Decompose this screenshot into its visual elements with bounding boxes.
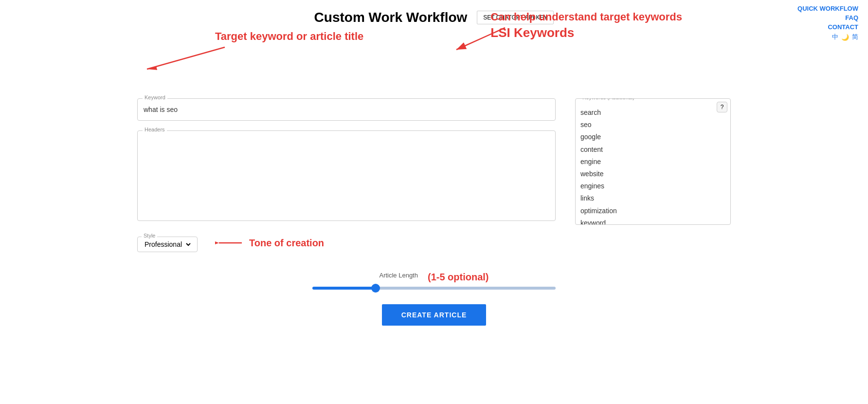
style-area: Style ProfessionalCasualFormalCreative T… [137,237,731,252]
keywords-help-button[interactable]: ? [717,102,727,112]
list-item: seo [580,119,725,131]
style-label: Style [142,233,157,239]
create-article-button[interactable]: CREATE ARTICLE [382,304,487,326]
style-dropdown[interactable]: ProfessionalCasualFormalCreative [143,240,192,249]
page-title: Custom Work Workflow [314,10,468,25]
keywords-list: searchseogooglecontentenginewebsiteengin… [576,103,730,225]
list-item: optimization [580,205,725,217]
list-item: links [580,192,725,204]
tone-arrow-icon [215,236,244,250]
keyword-annotation-area: Target keyword or article title [137,30,731,59]
left-panel: Keyword what is seo Headers [137,98,556,225]
svg-line-3 [147,47,225,69]
list-item: engine [580,156,725,168]
length-label: Article Length [379,272,418,279]
can-help-annotation: Can help understand target keywords [490,11,682,23]
headers-label: Headers [143,127,167,132]
keywords-additional-box: Keywords (Additional) ? searchseogooglec… [575,98,731,225]
keyword-field-box: Keyword what is seo [137,98,556,121]
create-btn-area: CREATE ARTICLE [137,304,731,326]
headers-textarea[interactable] [144,136,549,214]
list-item: website [580,168,725,180]
content-area: Keyword what is seo Headers Keywords (Ad… [137,98,731,225]
list-item: search [580,107,725,119]
article-length-slider[interactable] [312,287,556,290]
tone-text: Tone of creation [249,238,324,249]
keyword-input[interactable]: what is seo [144,104,549,115]
keyword-arrow-icon [142,45,230,74]
keyword-label: Keyword [143,94,167,100]
list-item: google [580,131,725,143]
faq-link[interactable]: FAQ [845,14,858,21]
lang-zh[interactable]: 中 [832,33,838,41]
length-optional-text: (1-5 optional) [428,272,489,283]
lang-moon[interactable]: 🌙 [841,34,849,41]
language-row: 中 🌙 简 [832,33,858,41]
target-keyword-annotation: Target keyword or article title [215,30,363,43]
list-item: content [580,144,725,156]
tone-annotation: Tone of creation [215,236,324,250]
lang-simple[interactable]: 简 [852,33,858,41]
right-panel: Keywords (Additional) ? searchseogooglec… [575,98,731,225]
keywords-additional-label: Keywords (Additional) [580,98,636,100]
style-select-box: Style ProfessionalCasualFormalCreative [137,237,198,252]
contact-link[interactable]: CONTACT [828,23,858,31]
length-area: Article Length (1-5 optional) [137,272,731,290]
list-item: keyword [580,217,725,225]
list-item: engines [580,180,725,192]
quick-workflow-link[interactable]: QUICK WORKFLOW [797,5,858,12]
headers-field-box: Headers [137,130,556,221]
target-keyword-text: Target keyword or article title [215,30,363,43]
top-navigation: QUICK WORKFLOW FAQ CONTACT 中 🌙 简 [797,5,858,41]
